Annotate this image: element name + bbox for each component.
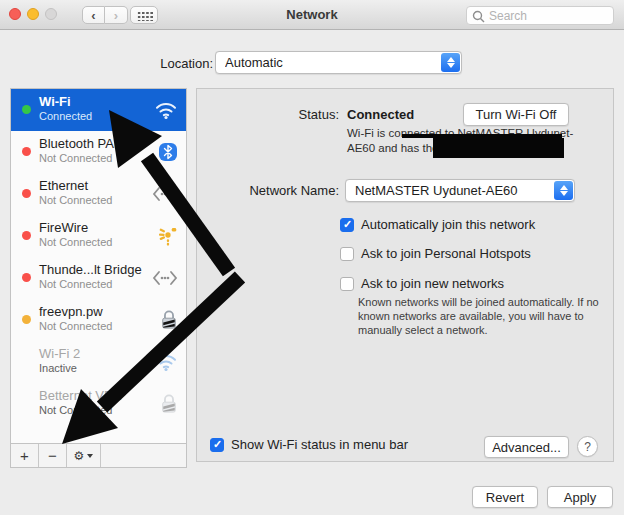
search-input[interactable]	[489, 8, 609, 23]
gear-icon: ⚙	[74, 449, 85, 463]
checkbox[interactable]	[340, 247, 354, 261]
service-status: Inactive	[39, 362, 80, 374]
checkbox-label: Automatically join this network	[361, 217, 535, 232]
sidebar-item-ethernet[interactable]: Ethernet Not Connected	[11, 173, 186, 215]
search-field[interactable]	[466, 6, 614, 25]
ethernet-icon	[152, 270, 178, 286]
title-bar: ‹ › Network	[0, 0, 624, 30]
show-wifi-status-row[interactable]: Show Wi-Fi status in menu bar	[210, 437, 408, 452]
status-dot	[22, 315, 31, 324]
checkbox-label: Show Wi-Fi status in menu bar	[231, 437, 408, 452]
auto-join-checkbox-row[interactable]: Automatically join this network	[340, 217, 535, 232]
service-name: Wi-Fi 2	[39, 346, 80, 361]
service-name: FireWire	[39, 220, 112, 235]
service-name: Ethernet	[39, 178, 112, 193]
service-actions-button[interactable]: ⚙	[67, 444, 101, 467]
network-services-list: Wi-Fi Connected Bluetooth PAN Not Connec…	[10, 88, 187, 468]
help-button[interactable]: ?	[577, 436, 598, 457]
checkbox[interactable]	[340, 218, 354, 232]
wifi-icon	[154, 101, 178, 120]
chevron-down-icon	[87, 454, 93, 458]
status-dot	[22, 105, 31, 114]
sidebar-item-firewire[interactable]: FireWire Not Connected	[11, 215, 186, 257]
status-dot	[22, 189, 31, 198]
personal-hotspots-checkbox-row[interactable]: Ask to join Personal Hotspots	[340, 246, 531, 261]
status-dot	[22, 273, 31, 282]
service-status: Not Connected	[39, 278, 142, 290]
service-name: Betternet VPN	[39, 388, 122, 403]
advanced-button[interactable]: Advanced...	[484, 436, 569, 458]
known-networks-note: Known networks will be joined automatica…	[358, 295, 616, 337]
turn-wifi-off-button[interactable]: Turn Wi-Fi Off	[463, 103, 569, 126]
dropdown-stepper-icon	[554, 181, 573, 200]
sidebar-item-wi-fi[interactable]: Wi-Fi Connected	[11, 89, 186, 131]
service-name: Thunde...lt Bridge	[39, 262, 142, 277]
sidebar-item-bluetooth-pan[interactable]: Bluetooth PAN Not Connected	[11, 131, 186, 173]
wifi-settings-panel: Status: Connected Turn Wi-Fi Off Wi-Fi i…	[196, 88, 614, 462]
sidebar-item-wi-fi-2[interactable]: Wi-Fi 2 Inactive	[11, 341, 186, 383]
sidebar-action-bar: + − ⚙	[11, 443, 186, 467]
apply-button[interactable]: Apply	[547, 486, 613, 508]
network-name-label: Network Name:	[197, 183, 339, 198]
network-name-value: NetMASTER Uydunet-AE60	[355, 183, 550, 198]
new-networks-checkbox-row[interactable]: Ask to join new networks	[340, 276, 504, 291]
checkbox-label: Ask to join Personal Hotspots	[361, 246, 531, 261]
checkbox[interactable]	[340, 277, 354, 291]
dropdown-stepper-icon	[441, 53, 460, 72]
checkbox-label: Ask to join new networks	[361, 276, 504, 291]
bluetooth-icon	[158, 142, 178, 162]
redaction-box	[433, 138, 564, 158]
add-service-button[interactable]: +	[11, 444, 39, 467]
service-name: freevpn.pw	[39, 304, 112, 319]
service-name: Wi-Fi	[39, 94, 92, 109]
location-dropdown[interactable]: Automatic	[215, 51, 462, 74]
status-dot	[22, 147, 31, 156]
remove-service-button[interactable]: −	[39, 444, 67, 467]
firewire-icon	[157, 226, 178, 247]
lock-icon	[160, 393, 178, 415]
wifi-icon	[154, 353, 178, 372]
service-status: Not Connected	[39, 152, 123, 164]
status-value: Connected	[347, 107, 414, 122]
service-status: Connected	[39, 110, 92, 122]
location-label: Location:	[60, 56, 213, 71]
service-name: Bluetooth PAN	[39, 136, 123, 151]
network-name-dropdown[interactable]: NetMASTER Uydunet-AE60	[345, 179, 575, 202]
revert-button[interactable]: Revert	[472, 486, 538, 508]
service-status: Not Connected	[39, 194, 112, 206]
service-status: Not Connected	[39, 404, 122, 416]
ethernet-icon	[152, 186, 178, 202]
service-status: Not Connected	[39, 320, 112, 332]
search-icon	[472, 10, 485, 23]
lock-icon	[160, 309, 178, 331]
checkbox[interactable]	[210, 438, 224, 452]
status-dot	[22, 231, 31, 240]
sidebar-item-betternet-vpn[interactable]: Betternet VPN Not Connected	[11, 383, 186, 425]
service-status: Not Connected	[39, 236, 112, 248]
sidebar-item-thunde-lt-bridge[interactable]: Thunde...lt Bridge Not Connected	[11, 257, 186, 299]
status-label: Status:	[197, 107, 339, 122]
sidebar-item-freevpn-pw[interactable]: freevpn.pw Not Connected	[11, 299, 186, 341]
location-value: Automatic	[225, 55, 437, 70]
